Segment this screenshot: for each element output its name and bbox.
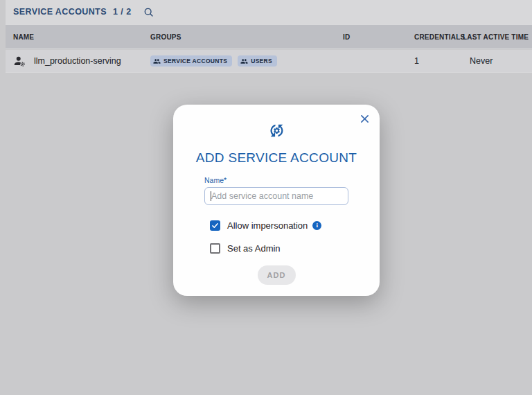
group-badge-label: USERS <box>251 58 272 64</box>
group-icon <box>153 58 161 65</box>
table-row[interactable]: llm_production-serving SERVICE ACCOUNTS … <box>6 50 532 73</box>
row-last-active-cell: Never <box>463 56 532 66</box>
row-groups-cell: SERVICE ACCOUNTS USERS <box>150 55 343 67</box>
column-header-name: NAME <box>13 33 150 41</box>
row-credentials-cell: 1 <box>414 56 463 66</box>
toolbar: SERVICE ACCOUNTS 1 / 2 <box>6 0 532 24</box>
column-header-credentials: CREDENTIALS <box>414 33 463 41</box>
allow-impersonation-checkbox[interactable] <box>210 220 220 231</box>
search-button[interactable] <box>143 6 154 17</box>
group-badge: USERS <box>238 55 277 67</box>
column-header-id: ID <box>343 33 414 41</box>
checkmark-icon <box>211 222 219 229</box>
page-count: 1 / 2 <box>113 7 132 17</box>
close-button[interactable] <box>360 114 369 123</box>
column-header-groups: GROUPS <box>150 33 343 41</box>
row-name-cell: llm_production-serving <box>13 55 150 67</box>
manage-accounts-icon <box>13 55 26 67</box>
group-badge: SERVICE ACCOUNTS <box>150 55 232 67</box>
service-account-name: llm_production-serving <box>34 56 121 66</box>
name-input[interactable] <box>204 187 348 205</box>
set-as-admin-label: Set as Admin <box>227 243 281 254</box>
page-title: SERVICE ACCOUNTS <box>13 7 107 17</box>
info-icon[interactable]: i <box>312 221 321 230</box>
search-icon <box>143 7 154 17</box>
column-header-last-active: LAST ACTIVE TIME <box>463 33 532 41</box>
dialog-title: ADD SERVICE ACCOUNT <box>173 150 380 166</box>
service-account-sync-gear-icon <box>267 121 286 140</box>
group-icon <box>240 58 248 65</box>
add-button[interactable]: ADD <box>258 265 296 285</box>
allow-impersonation-label: Allow impersonation <box>227 220 308 231</box>
set-as-admin-row: Set as Admin <box>210 243 380 254</box>
text-caret <box>211 191 211 201</box>
set-as-admin-checkbox[interactable] <box>210 243 220 254</box>
group-badge-label: SERVICE ACCOUNTS <box>163 58 227 64</box>
table-header-row: NAME GROUPS ID CREDENTIALS LAST ACTIVE T… <box>6 25 532 49</box>
add-service-account-dialog: ADD SERVICE ACCOUNT Name* Allow imperson… <box>173 105 380 296</box>
close-icon <box>360 114 369 123</box>
allow-impersonation-row: Allow impersonation i <box>210 220 380 231</box>
name-field-label: Name* <box>204 176 348 184</box>
